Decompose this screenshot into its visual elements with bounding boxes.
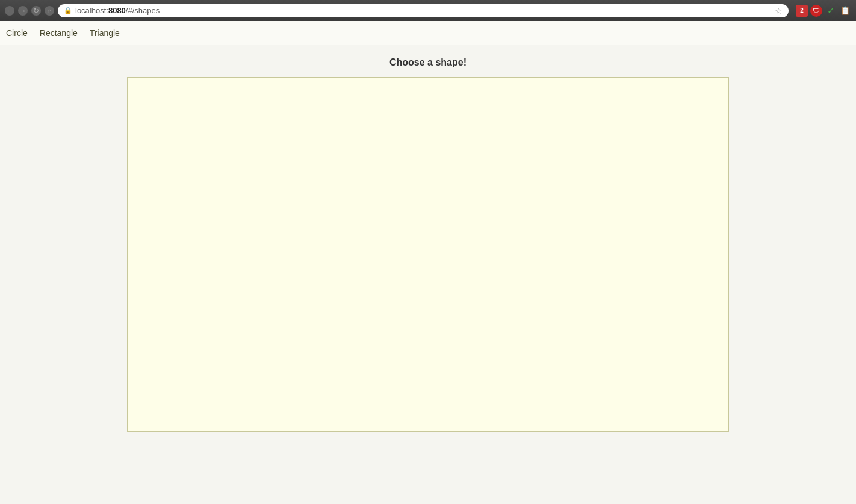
nav-link-circle[interactable]: Circle [6, 28, 28, 38]
extension-icon-4[interactable]: 📋 [839, 5, 851, 17]
address-bar[interactable]: 🔒 localhost:8080/#/shapes ☆ [58, 4, 789, 17]
lock-icon: 🔒 [64, 7, 72, 14]
back-button[interactable]: ← [5, 6, 14, 16]
browser-chrome: ← → ↻ ⌂ 🔒 localhost:8080/#/shapes ☆ 2 🛡 … [0, 0, 856, 21]
refresh-button[interactable]: ↻ [31, 6, 41, 16]
refresh-icon: ↻ [33, 7, 39, 15]
url-path: /#/shapes [126, 6, 160, 15]
extension-icon-2[interactable]: 🛡 [810, 5, 822, 17]
extension-icon-1[interactable]: 2 [796, 5, 808, 17]
url-prefix: localhost: [75, 6, 108, 15]
nav-bar: Circle Rectangle Triangle [0, 21, 856, 45]
nav-link-triangle[interactable]: Triangle [90, 28, 120, 38]
url-port: 8080 [108, 6, 126, 15]
main-content: Choose a shape! [0, 45, 856, 444]
back-icon: ← [6, 7, 13, 15]
nav-link-rectangle[interactable]: Rectangle [40, 28, 78, 38]
home-button[interactable]: ⌂ [45, 6, 54, 16]
page-heading: Choose a shape! [389, 57, 467, 68]
home-icon: ⌂ [48, 7, 52, 14]
forward-icon: → [19, 7, 26, 15]
browser-extensions: 2 🛡 ✓ 📋 [796, 5, 851, 17]
shape-canvas [127, 77, 729, 432]
extension-icon-3[interactable]: ✓ [825, 5, 837, 17]
forward-button[interactable]: → [18, 6, 28, 16]
bookmark-star-icon[interactable]: ☆ [775, 6, 783, 16]
url-text: localhost:8080/#/shapes [75, 6, 160, 15]
